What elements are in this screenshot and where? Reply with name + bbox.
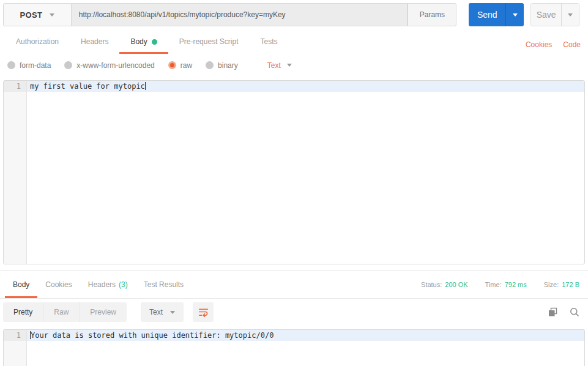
tab-body[interactable]: Body bbox=[119, 29, 168, 54]
copy-icon bbox=[548, 307, 557, 317]
chevron-down-icon bbox=[568, 13, 573, 17]
tab-pre-request-script[interactable]: Pre-request Script bbox=[168, 29, 250, 54]
format-label: Text bbox=[149, 308, 163, 316]
response-tab-cookies[interactable]: Cookies bbox=[37, 271, 80, 298]
method-label: POST bbox=[20, 10, 43, 20]
chevron-down-icon bbox=[50, 13, 54, 17]
time-indicator: Time: 792 ms bbox=[485, 281, 527, 288]
response-body-editor[interactable]: 1 Your data is stored with unique identi… bbox=[3, 329, 585, 366]
tab-label: Authorization bbox=[16, 37, 59, 46]
code-link[interactable]: Code bbox=[563, 34, 581, 49]
body-type-selector: form-data x-www-form-urlencoded raw bina… bbox=[0, 54, 588, 77]
view-mode-group: Pretty Raw Preview bbox=[3, 302, 127, 322]
search-response-button[interactable] bbox=[570, 307, 579, 317]
radio-binary[interactable]: binary bbox=[206, 61, 238, 70]
radio-label: raw bbox=[180, 61, 192, 70]
segment-label: Preview bbox=[90, 308, 116, 316]
postman-request-window: POST Params Send Save Authorization Head… bbox=[0, 0, 588, 366]
save-button[interactable]: Save bbox=[531, 4, 561, 26]
headers-count-badge: (3) bbox=[119, 280, 128, 289]
url-input[interactable] bbox=[72, 3, 408, 26]
radio-label: x-www-form-urlencoded bbox=[76, 61, 154, 70]
tab-label: Headers bbox=[88, 280, 116, 289]
radio-icon bbox=[7, 61, 15, 69]
response-tab-body[interactable]: Body bbox=[5, 271, 37, 298]
format-label: Text bbox=[267, 61, 281, 70]
status-label: Status: bbox=[421, 281, 442, 288]
search-icon bbox=[570, 307, 579, 317]
tab-label: Pre-request Script bbox=[179, 37, 239, 46]
view-mode-pretty[interactable]: Pretty bbox=[3, 302, 43, 322]
raw-format-select[interactable]: Text bbox=[267, 61, 292, 70]
response-tab-headers[interactable]: Headers (3) bbox=[80, 271, 136, 298]
view-mode-preview[interactable]: Preview bbox=[80, 302, 127, 322]
send-button[interactable]: Send bbox=[469, 3, 505, 26]
tab-label: Body bbox=[130, 37, 147, 46]
size-indicator: Size: 172 B bbox=[544, 281, 579, 288]
response-toolbar-icons bbox=[548, 307, 579, 317]
request-bar: POST Params Send Save bbox=[0, 0, 588, 29]
save-split-button: Save bbox=[530, 3, 579, 26]
response-format-select[interactable]: Text bbox=[141, 302, 184, 322]
chevron-down-icon bbox=[513, 13, 518, 17]
line-number: 1 bbox=[4, 81, 27, 92]
view-mode-raw[interactable]: Raw bbox=[43, 302, 80, 322]
word-wrap-button[interactable] bbox=[193, 302, 214, 322]
radio-raw[interactable]: raw bbox=[168, 61, 192, 70]
tab-label: Headers bbox=[81, 37, 108, 46]
tab-label: Test Results bbox=[144, 280, 184, 289]
size-value: 172 B bbox=[562, 281, 579, 288]
time-label: Time: bbox=[485, 281, 502, 288]
text-cursor bbox=[145, 82, 146, 90]
time-value: 792 ms bbox=[505, 281, 527, 288]
response-toolbar: Pretty Raw Preview Text bbox=[0, 299, 588, 326]
tab-headers[interactable]: Headers bbox=[70, 29, 119, 54]
response-section: Body Cookies Headers (3) Test Results St… bbox=[0, 270, 588, 366]
line-number: 1 bbox=[4, 330, 27, 341]
segment-label: Raw bbox=[54, 308, 69, 316]
radio-label: form-data bbox=[20, 61, 51, 70]
editor-gutter bbox=[4, 81, 27, 264]
code-text: Your data is stored with unique identifi… bbox=[27, 330, 584, 341]
tab-tests[interactable]: Tests bbox=[249, 29, 288, 54]
response-meta: Status: 200 OK Time: 792 ms Size: 172 B bbox=[421, 271, 579, 298]
url-group: Params bbox=[72, 3, 457, 26]
code-line[interactable]: 1 Your data is stored with unique identi… bbox=[4, 330, 584, 341]
code-line[interactable]: 1 my first value for mytopic bbox=[4, 81, 584, 92]
radio-selected-icon bbox=[168, 61, 176, 69]
segment-label: Pretty bbox=[13, 308, 32, 316]
copy-response-button[interactable] bbox=[548, 307, 557, 317]
code-text: my first value for mytopic bbox=[27, 81, 584, 92]
chevron-down-icon bbox=[170, 311, 175, 314]
request-tabs: Authorization Headers Body Pre-request S… bbox=[0, 29, 588, 54]
status-indicator: Status: 200 OK bbox=[421, 281, 468, 288]
tab-links: Cookies Code bbox=[526, 29, 581, 54]
tab-label: Body bbox=[13, 280, 29, 289]
send-split-button: Send bbox=[469, 3, 524, 26]
word-wrap-icon bbox=[198, 307, 209, 317]
response-tabs: Body Cookies Headers (3) Test Results St… bbox=[0, 271, 588, 299]
radio-form-data[interactable]: form-data bbox=[7, 61, 51, 70]
radio-icon bbox=[206, 61, 214, 69]
response-tab-test-results[interactable]: Test Results bbox=[136, 271, 192, 298]
request-body-editor[interactable]: 1 my first value for mytopic bbox=[3, 80, 585, 264]
cookies-link[interactable]: Cookies bbox=[526, 34, 552, 49]
chevron-down-icon bbox=[287, 64, 292, 67]
tab-label: Tests bbox=[260, 37, 277, 46]
save-dropdown-button[interactable] bbox=[561, 4, 579, 26]
size-label: Size: bbox=[544, 281, 559, 288]
status-value: 200 OK bbox=[445, 281, 467, 288]
tab-label: Cookies bbox=[45, 280, 72, 289]
params-button[interactable]: Params bbox=[408, 3, 456, 26]
body-filled-indicator-icon bbox=[152, 39, 157, 45]
radio-icon bbox=[64, 61, 72, 69]
send-dropdown-button[interactable] bbox=[505, 3, 524, 26]
radio-label: binary bbox=[218, 61, 238, 70]
method-select[interactable]: POST bbox=[3, 3, 72, 26]
radio-x-www-form-urlencoded[interactable]: x-www-form-urlencoded bbox=[64, 61, 154, 70]
tab-authorization[interactable]: Authorization bbox=[5, 29, 70, 54]
